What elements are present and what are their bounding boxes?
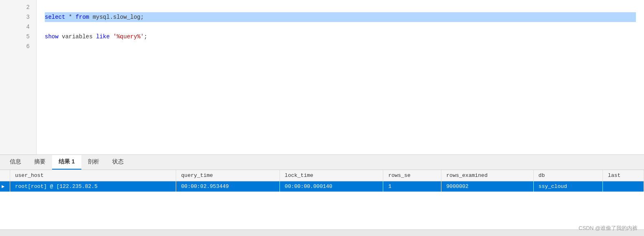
- scrollbar-area[interactable]: [0, 229, 644, 236]
- results-table: user_hostquery_timelock_timerows_serows_…: [0, 170, 644, 192]
- line-number: 6: [26, 42, 30, 51]
- editor-area: 23456 select * from mysql.slow_log; show…: [0, 0, 644, 154]
- code-line: [45, 2, 636, 12]
- code-line: [45, 42, 636, 51]
- row-indicator: ▶: [0, 181, 10, 192]
- tab-结果 1[interactable]: 结果 1: [52, 155, 81, 170]
- watermark: CSDN @谁偷了我的内裤: [579, 225, 637, 232]
- table-col-user_host: user_host: [10, 170, 176, 181]
- cell-user_host: root[root] @ [122.235.82.5: [10, 181, 176, 192]
- table-col-query_time: query_time: [176, 170, 280, 181]
- cell-rows_examined: 9000002: [441, 181, 534, 192]
- table-body: ▶root[root] @ [122.235.82.500:00:02.9534…: [0, 181, 644, 192]
- tab-摘要[interactable]: 摘要: [28, 155, 52, 170]
- table-col-rows_examined: rows_examined: [441, 170, 534, 181]
- line-number: 3: [26, 12, 30, 22]
- cell-lock_time: 00:00:00.000140: [279, 181, 383, 192]
- bottom-panel: 信息摘要结果 1剖析状态 user_hostquery_timelock_tim…: [0, 154, 644, 236]
- table-col-lock_time: lock_time: [279, 170, 383, 181]
- line-numbers: 23456: [0, 0, 37, 154]
- tab-剖析[interactable]: 剖析: [81, 155, 106, 170]
- code-line: [45, 22, 636, 32]
- cell-last: [603, 181, 644, 192]
- line-number: 2: [26, 2, 30, 12]
- cell-db: ssy_cloud: [533, 181, 603, 192]
- table-header-indicator: [0, 170, 10, 181]
- table-header: user_hostquery_timelock_timerows_serows_…: [0, 170, 644, 181]
- tab-信息[interactable]: 信息: [3, 155, 28, 170]
- code-line: show variables like '%query%';: [45, 32, 636, 42]
- table-col-db: db: [533, 170, 603, 181]
- line-number: 4: [26, 22, 30, 32]
- table-col-last: last: [603, 170, 644, 181]
- code-line: select * from mysql.slow_log;: [45, 12, 636, 22]
- line-number: 5: [26, 32, 30, 42]
- table-col-rows_se: rows_se: [383, 170, 441, 181]
- code-content[interactable]: select * from mysql.slow_log; show varia…: [37, 0, 644, 154]
- results-container[interactable]: user_hostquery_timelock_timerows_serows_…: [0, 170, 644, 229]
- cell-query_time: 00:00:02.953449: [176, 181, 280, 192]
- tab-状态[interactable]: 状态: [106, 155, 130, 170]
- cell-rows_se: 1: [383, 181, 441, 192]
- table-row[interactable]: ▶root[root] @ [122.235.82.500:00:02.9534…: [0, 181, 644, 192]
- tabs-bar: 信息摘要结果 1剖析状态: [0, 155, 644, 170]
